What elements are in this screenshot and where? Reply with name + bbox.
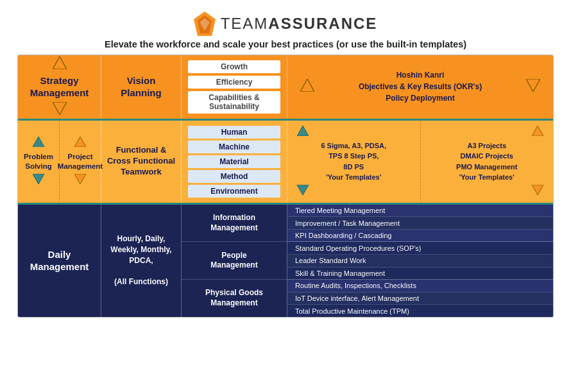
- svg-marker-9: [74, 137, 86, 147]
- sections-col: Information Management People Management…: [182, 205, 287, 317]
- daily-management-cell: Daily Management: [18, 205, 101, 317]
- arrow-up-a3: [532, 126, 543, 139]
- logo-area: TEAMASSURANCE: [10, 12, 561, 36]
- svg-marker-4: [53, 102, 67, 115]
- svg-marker-3: [53, 56, 67, 69]
- problem-solving-title: Problem Solving: [24, 152, 53, 171]
- 5m-method: Method: [188, 170, 280, 183]
- efficiency-item: Efficiency: [188, 76, 280, 89]
- people-item-2: Leader Standard Work: [287, 255, 553, 268]
- physical-item-3: Total Productive Maintenance (TPM): [287, 305, 553, 317]
- arrow-down-hoshin: [526, 79, 540, 92]
- 5m-human: Human: [188, 126, 280, 139]
- info-item-1: Tiered Meeting Management: [287, 205, 553, 217]
- svg-marker-11: [297, 126, 309, 136]
- vision-planning-cell: VisionPlanning: [101, 55, 182, 119]
- 5m-material: Material: [188, 155, 280, 168]
- hourly-daily-title: Hourly, Daily, Weekly, Monthly, PDCA, (A…: [110, 234, 171, 287]
- svg-marker-8: [33, 174, 44, 184]
- arrow-down-ps: [33, 174, 44, 187]
- svg-marker-10: [74, 174, 86, 184]
- svg-marker-6: [526, 79, 540, 92]
- growth-col: Growth Efficiency Capabilities &Sustaina…: [182, 55, 287, 119]
- hoshin-kanri-text: Hoshin Kanri Objectives & Key Results (O…: [359, 69, 482, 104]
- cross-functional-cell: Functional & Cross Functional Teamwork: [101, 121, 182, 203]
- a3-projects-text: A3 Projects DMAIC Projects PMO Managemen…: [456, 141, 517, 183]
- svg-marker-5: [300, 79, 314, 92]
- info-management-label: Information Management: [210, 213, 257, 233]
- 5m-machine: Machine: [188, 141, 280, 153]
- 6sigma-text: 6 Sigma, A3, PDSA, TPS 8 Step PS, 8D PS …: [321, 141, 386, 183]
- people-item-3: Skill & Training Management: [287, 268, 553, 280]
- project-management-title: Project Management: [58, 152, 103, 171]
- svg-marker-7: [33, 137, 44, 147]
- svg-marker-14: [532, 185, 543, 195]
- daily-management-title: Daily Management: [30, 248, 89, 273]
- info-management-section: Information Management: [182, 205, 287, 243]
- people-management-section: People Management: [182, 242, 287, 280]
- header: TEAMASSURANCE Elevate the workforce and …: [10, 6, 561, 55]
- strategy-management-cell: Strategy Management: [18, 55, 101, 119]
- physical-item-1: Routine Audits, Inspections, Checklists: [287, 280, 553, 293]
- people-item-1: Standard Operating Procedures (SOP's): [287, 242, 553, 255]
- arrow-down-pm: [74, 174, 86, 187]
- people-management-label: People Management: [210, 251, 257, 271]
- bot-row: Daily Management Hourly, Daily, Weekly, …: [18, 205, 553, 317]
- tagline: Elevate the workforce and scale your bes…: [10, 39, 561, 49]
- info-item-3: KPI Dashboarding / Cascading: [287, 230, 553, 243]
- arrow-up-sigma: [297, 126, 309, 139]
- info-item-2: Improvement / Task Management: [287, 217, 553, 230]
- strategy-management-title: Strategy Management: [30, 74, 89, 99]
- logo-icon: [194, 12, 216, 36]
- 5m-col: Human Machine Material Method Environmen…: [182, 121, 287, 203]
- main-diagram: Strategy Management VisionPlanning Growt…: [17, 55, 554, 318]
- mid-row: Problem Solving Project Management Funct…: [18, 121, 553, 203]
- arrow-down-sigma: [297, 185, 309, 198]
- hourly-daily-cell: Hourly, Daily, Weekly, Monthly, PDCA, (A…: [101, 205, 182, 317]
- physical-goods-section: Physical Goods Management: [182, 280, 287, 317]
- svg-marker-13: [532, 126, 543, 136]
- arrow-up-hoshin: [300, 79, 314, 92]
- arrow-down-strategy: [53, 102, 67, 117]
- physical-item-2: IoT Device interface, Alert Management: [287, 293, 553, 305]
- right-list-col: Tiered Meeting Management Improvement / …: [287, 205, 553, 317]
- hoshin-kanri-cell: Hoshin Kanri Objectives & Key Results (O…: [287, 55, 553, 119]
- capabilities-item: Capabilities &Sustainability: [188, 91, 280, 114]
- a3-projects-cell: A3 Projects DMAIC Projects PMO Managemen…: [421, 121, 554, 203]
- right-mid-row: 6 Sigma, A3, PDSA, TPS 8 Step PS, 8D PS …: [287, 121, 553, 203]
- physical-goods-label: Physical Goods Management: [205, 288, 263, 308]
- 5m-environment: Environment: [188, 185, 280, 198]
- growth-item: Growth: [188, 60, 280, 73]
- svg-marker-12: [297, 185, 309, 195]
- project-management-cell: Project Management: [60, 121, 101, 203]
- arrow-up-strategy: [53, 56, 67, 72]
- problem-solving-cell: Problem Solving: [18, 121, 60, 203]
- logo-text: TEAMASSURANCE: [221, 15, 378, 33]
- cross-functional-title: Functional & Cross Functional Teamwork: [107, 145, 175, 178]
- top-row: Strategy Management VisionPlanning Growt…: [18, 55, 553, 119]
- 6sigma-cell: 6 Sigma, A3, PDSA, TPS 8 Step PS, 8D PS …: [287, 121, 421, 203]
- vision-planning-title: VisionPlanning: [121, 74, 161, 99]
- arrow-down-a3: [532, 185, 543, 198]
- arrow-up-pm: [74, 137, 86, 149]
- arrow-up-ps: [33, 137, 44, 149]
